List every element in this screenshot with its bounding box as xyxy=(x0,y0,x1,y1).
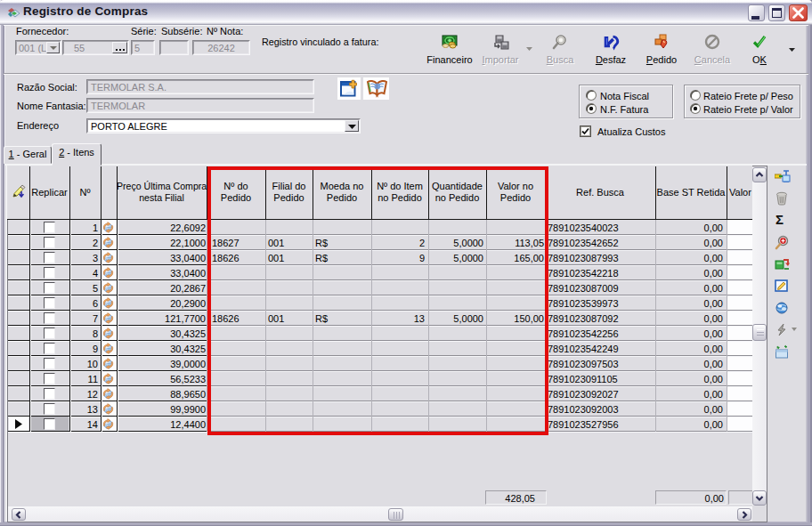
svg-text:Σ: Σ xyxy=(775,213,784,227)
